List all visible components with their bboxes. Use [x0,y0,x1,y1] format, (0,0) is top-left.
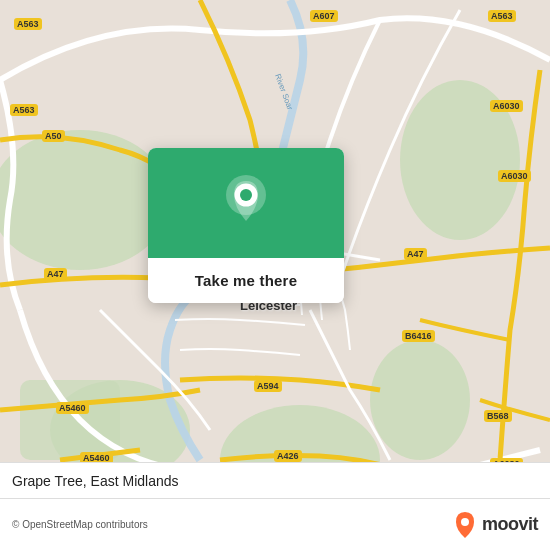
road-badge-a47-1: A47 [44,268,67,280]
bottom-bar: © OpenStreetMap contributors moovit [0,498,550,550]
road-badge-a6030-1: A6030 [490,100,523,112]
road-badge-a563-1: A563 [14,18,42,30]
road-badge-a607: A607 [310,10,338,22]
map-attribution: © OpenStreetMap contributors [12,519,148,530]
place-row: Grape Tree, East Midlands [0,462,550,498]
road-badge-b568: B568 [484,410,512,422]
moovit-pin-icon [454,511,476,539]
svg-rect-6 [20,380,120,460]
road-badge-a6030-2: A6030 [498,170,531,182]
map-container: River Soar [0,0,550,550]
popup-header [148,148,344,258]
road-badge-a5460-1: A5460 [56,402,89,414]
place-name: Grape Tree, East Midlands [12,473,179,489]
location-pin-icon [222,173,270,233]
take-me-there-button[interactable]: Take me there [148,258,344,303]
svg-point-12 [461,518,469,526]
moovit-logo-area: moovit [454,511,538,539]
road-badge-a594: A594 [254,380,282,392]
road-badge-a426: A426 [274,450,302,462]
svg-point-3 [370,340,470,460]
road-badge-a563-3: A563 [10,104,38,116]
road-badge-b6416: B6416 [402,330,435,342]
road-badge-a50: A50 [42,130,65,142]
road-badge-a563-2: A563 [488,10,516,22]
popup-card: Take me there [148,148,344,303]
road-badge-a47-2: A47 [404,248,427,260]
svg-point-10 [240,189,252,201]
moovit-brand-text: moovit [482,514,538,535]
